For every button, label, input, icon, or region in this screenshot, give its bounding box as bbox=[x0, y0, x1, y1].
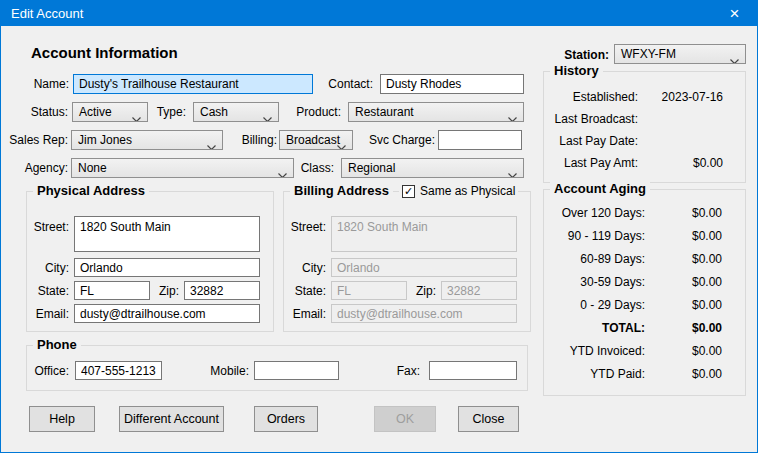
aging-row-label: 0 - 29 Days: bbox=[580, 294, 645, 317]
close-button[interactable]: Close bbox=[458, 406, 519, 432]
class-value: Regional bbox=[348, 161, 395, 175]
phone-group-title: Phone bbox=[33, 337, 81, 352]
aging-row-label: 60-89 Days: bbox=[580, 248, 645, 271]
aging-row: 0 - 29 Days: $0.00 bbox=[544, 294, 745, 317]
svc-charge-input[interactable] bbox=[438, 130, 522, 150]
history-row-label: Last Pay Date: bbox=[559, 130, 638, 152]
same-as-physical-label: Same as Physical bbox=[420, 184, 515, 198]
account-aging-group-title: Account Aging bbox=[550, 181, 650, 196]
physical-zip-label: Zip: bbox=[152, 284, 179, 298]
history-row-value: $0.00 bbox=[693, 152, 723, 174]
billing-city-label: City: bbox=[286, 261, 326, 275]
physical-city-input[interactable] bbox=[74, 258, 260, 277]
station-dropdown[interactable]: WFXY-FM bbox=[614, 44, 746, 64]
history-row: Last Broadcast: bbox=[544, 108, 745, 130]
product-value: Restaurant bbox=[355, 105, 414, 119]
sales-rep-label: Sales Rep: bbox=[9, 133, 68, 147]
physical-email-input[interactable] bbox=[74, 304, 260, 323]
contact-input[interactable] bbox=[380, 74, 524, 94]
aging-row-label: 90 - 119 Days: bbox=[568, 225, 645, 248]
aging-row: YTD Invoiced: $0.00 bbox=[544, 340, 745, 363]
aging-row: 30-59 Days: $0.00 bbox=[544, 271, 745, 294]
billing-zip-label: Zip: bbox=[409, 284, 436, 298]
aging-row-value: $0.00 bbox=[692, 271, 722, 294]
chevron-down-icon bbox=[132, 111, 141, 122]
status-dropdown[interactable]: Active bbox=[72, 102, 148, 122]
history-row: Last Pay Amt: $0.00 bbox=[544, 152, 745, 174]
physical-state-input[interactable] bbox=[74, 281, 150, 300]
close-icon[interactable]: × bbox=[712, 1, 757, 26]
billing-state-label: State: bbox=[286, 284, 326, 298]
station-label: Station: bbox=[541, 48, 609, 62]
name-input[interactable] bbox=[73, 74, 313, 94]
window-title: Edit Account bbox=[1, 6, 83, 21]
aging-total-value: $0.00 bbox=[692, 317, 722, 340]
aging-row-value: $0.00 bbox=[692, 363, 722, 386]
history-row-label: Last Broadcast: bbox=[555, 108, 638, 130]
physical-address-group-title: Physical Address bbox=[33, 183, 149, 198]
billing-dropdown[interactable]: Broadcast bbox=[279, 130, 353, 150]
billing-address-group: Billing Address ✓ Same as Physical Stree… bbox=[283, 191, 531, 332]
aging-row: 90 - 119 Days: $0.00 bbox=[544, 225, 745, 248]
billing-street-input: 1820 South Main bbox=[331, 216, 517, 252]
agency-value: None bbox=[78, 161, 107, 175]
sales-rep-dropdown[interactable]: Jim Jones bbox=[71, 130, 223, 150]
aging-row-value: $0.00 bbox=[692, 340, 722, 363]
same-as-physical-checkbox[interactable]: ✓ Same as Physical bbox=[399, 184, 518, 198]
type-value: Cash bbox=[200, 105, 228, 119]
agency-label: Agency: bbox=[19, 161, 68, 175]
aging-row: 60-89 Days: $0.00 bbox=[544, 248, 745, 271]
billing-state-input bbox=[331, 281, 407, 300]
physical-city-label: City: bbox=[29, 261, 69, 275]
aging-row-value: $0.00 bbox=[692, 202, 722, 225]
name-label: Name: bbox=[21, 77, 69, 91]
aging-row: Over 120 Days: $0.00 bbox=[544, 202, 745, 225]
orders-button[interactable]: Orders bbox=[254, 406, 318, 432]
billing-city-input bbox=[331, 258, 517, 277]
sales-rep-value: Jim Jones bbox=[78, 133, 132, 147]
aging-row-label: YTD Paid: bbox=[590, 363, 645, 386]
fax-input[interactable] bbox=[429, 361, 517, 380]
aging-total-label: TOTAL: bbox=[602, 317, 645, 340]
billing-email-input bbox=[331, 304, 517, 323]
chevron-down-icon bbox=[278, 167, 287, 178]
history-row-label: Established: bbox=[573, 86, 638, 108]
chevron-down-icon bbox=[508, 167, 517, 178]
billing-street-label: Street: bbox=[286, 220, 326, 234]
history-row: Established: 2023-07-16 bbox=[544, 86, 745, 108]
page-title: Account Information bbox=[31, 44, 178, 61]
physical-zip-input[interactable] bbox=[184, 281, 260, 300]
product-dropdown[interactable]: Restaurant bbox=[348, 102, 524, 122]
type-dropdown[interactable]: Cash bbox=[193, 102, 279, 122]
agency-dropdown[interactable]: None bbox=[71, 158, 294, 178]
chevron-down-icon bbox=[508, 111, 517, 122]
aging-row-label: Over 120 Days: bbox=[562, 202, 645, 225]
billing-value: Broadcast bbox=[286, 133, 340, 147]
billing-email-label: Email: bbox=[286, 307, 326, 321]
help-button[interactable]: Help bbox=[29, 406, 95, 432]
class-dropdown[interactable]: Regional bbox=[341, 158, 524, 178]
aging-row-label: 30-59 Days: bbox=[580, 271, 645, 294]
dialog-body: Account Information Station: WFXY-FM Nam… bbox=[1, 26, 757, 452]
mobile-phone-input[interactable] bbox=[254, 361, 339, 380]
aging-row-value: $0.00 bbox=[692, 248, 722, 271]
physical-street-input[interactable]: 1820 South Main bbox=[74, 216, 260, 252]
status-label: Status: bbox=[19, 105, 68, 119]
chevron-down-icon bbox=[207, 139, 216, 150]
account-aging-group: Account Aging Over 120 Days: $0.00 90 - … bbox=[543, 189, 746, 396]
title-bar: Edit Account × bbox=[1, 1, 757, 26]
history-row-label: Last Pay Amt: bbox=[564, 152, 638, 174]
different-account-button[interactable]: Different Account bbox=[119, 406, 224, 432]
office-phone-input[interactable] bbox=[75, 361, 162, 380]
office-phone-label: Office: bbox=[29, 364, 69, 378]
contact-label: Contact: bbox=[323, 77, 373, 91]
history-row: Last Pay Date: bbox=[544, 130, 745, 152]
status-value: Active bbox=[79, 105, 112, 119]
billing-label: Billing: bbox=[229, 133, 277, 147]
ok-button: OK bbox=[374, 406, 436, 432]
fax-label: Fax: bbox=[377, 364, 420, 378]
physical-street-label: Street: bbox=[29, 220, 69, 234]
station-value: WFXY-FM bbox=[621, 47, 676, 61]
chevron-down-icon bbox=[263, 111, 272, 122]
edit-account-dialog: Edit Account × Account Information Stati… bbox=[0, 0, 758, 453]
